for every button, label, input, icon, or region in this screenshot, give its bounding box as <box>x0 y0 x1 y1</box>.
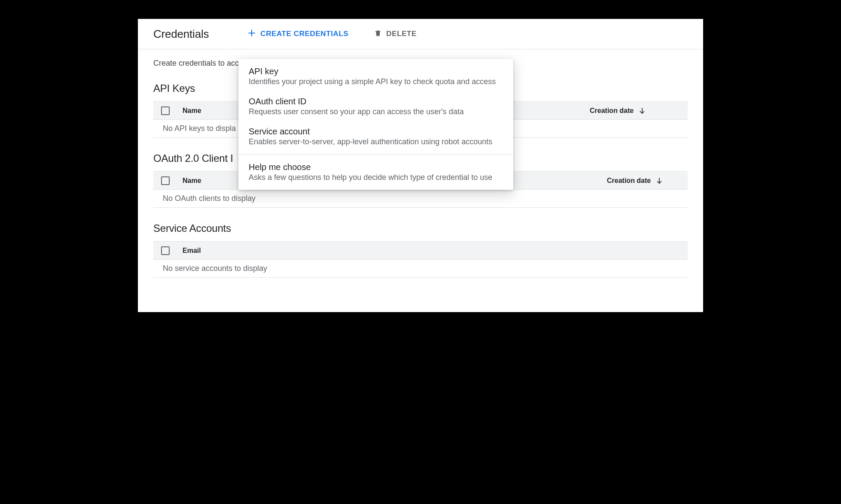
page-title: Credentials <box>153 27 209 41</box>
create-credentials-button[interactable]: CREATE CREDENTIALS <box>241 25 354 43</box>
credentials-page: Credentials CREATE CREDENTIALS DELETE Cr… <box>138 19 703 312</box>
select-all-checkbox[interactable] <box>161 246 170 255</box>
section-title-service-accounts: Service Accounts <box>153 222 688 234</box>
menu-item-desc: Enables server-to-server, app-level auth… <box>249 137 503 146</box>
empty-row: No service accounts to display <box>153 260 688 278</box>
menu-item-help-me-choose[interactable]: Help me choose Asks a few questions to h… <box>238 157 513 187</box>
menu-item-title: API key <box>249 67 503 76</box>
arrow-down-icon <box>638 107 646 115</box>
create-credentials-label: CREATE CREDENTIALS <box>260 30 348 38</box>
empty-row: No OAuth clients to display <box>153 190 688 208</box>
body: Create credentials to acc API Keys Name … <box>138 59 703 278</box>
col-creation-date[interactable]: Creation date <box>585 102 688 120</box>
menu-item-service-account[interactable]: Service account Enables server-to-server… <box>238 121 513 152</box>
menu-item-desc: Requests user consent so your app can ac… <box>249 107 503 116</box>
select-all-checkbox[interactable] <box>161 106 170 115</box>
arrow-down-icon <box>655 177 663 185</box>
menu-item-title: Service account <box>249 127 503 137</box>
trash-icon <box>374 29 382 39</box>
menu-item-desc: Identifies your project using a simple A… <box>249 77 503 86</box>
menu-item-title: Help me choose <box>249 162 503 172</box>
menu-item-title: OAuth client ID <box>249 97 503 106</box>
toolbar: Credentials CREATE CREDENTIALS DELETE <box>138 19 703 49</box>
delete-label: DELETE <box>386 30 417 38</box>
plus-icon <box>247 29 256 39</box>
menu-item-desc: Asks a few questions to help you decide … <box>249 173 503 182</box>
create-credentials-menu: API key Identifies your project using a … <box>238 59 513 190</box>
delete-button[interactable]: DELETE <box>368 26 423 43</box>
col-creation-date[interactable]: Creation date <box>602 172 688 190</box>
col-email: Email <box>177 242 688 260</box>
menu-item-api-key[interactable]: API key Identifies your project using a … <box>238 61 513 91</box>
service-accounts-table: Email No service accounts to display <box>153 241 688 278</box>
select-all-checkbox[interactable] <box>161 176 170 185</box>
menu-item-oauth-client-id[interactable]: OAuth client ID Requests user consent so… <box>238 91 513 121</box>
